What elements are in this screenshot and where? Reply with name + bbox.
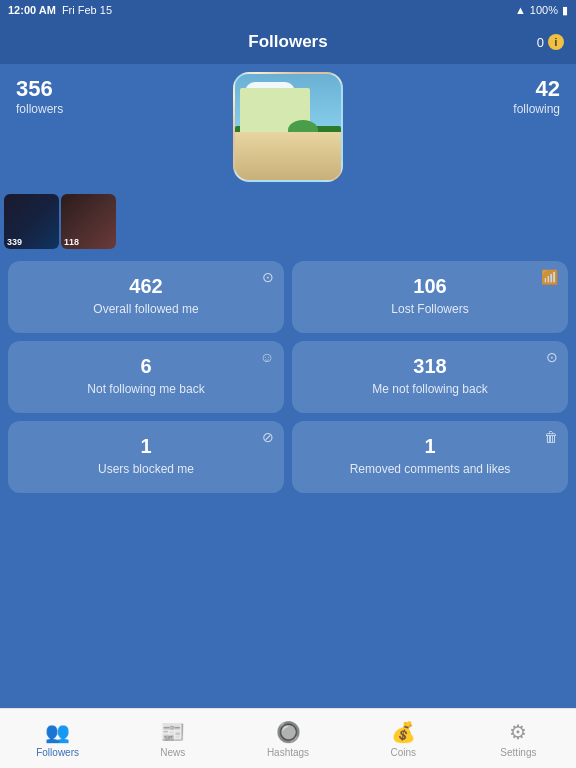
thumb-count-1: 339 [7,237,22,247]
nav-bar: Followers 0 i [0,20,576,64]
profile-image-scene [235,74,341,180]
stats-grid: ⊙ 462 Overall followed me 📶 106 Lost Fol… [0,261,576,493]
nav-title: Followers [248,32,327,52]
stat-number-overall: 462 [22,275,270,298]
ground [235,132,341,180]
stat-number-lost: 106 [306,275,554,298]
stat-number-blocked: 1 [22,435,270,458]
status-bar: 12:00 AM Fri Feb 15 ▲ 100% ▮ [0,0,576,20]
stat-number-me-not: 318 [306,355,554,378]
profile-header: 356 followers 42 following [0,64,576,124]
stat-icon-not-following: ☺ [260,349,274,365]
stat-icon-removed: 🗑 [544,429,558,445]
tab-coins[interactable]: 💰 Coins [346,720,461,758]
followers-tab-label: Followers [36,747,79,758]
status-right: ▲ 100% ▮ [515,4,568,17]
followers-label: followers [16,102,63,116]
status-time: 12:00 AM [8,4,56,16]
tab-hashtags[interactable]: 🔘 Hashtags [230,720,345,758]
thumbnail-item-2[interactable]: 118 [61,194,116,249]
following-section: 42 following [513,76,560,116]
stat-number-removed: 1 [306,435,554,458]
hashtags-tab-icon: 🔘 [276,720,301,744]
wifi-icon: ▲ [515,4,526,16]
thumb-count-2: 118 [64,237,79,247]
coins-tab-label: Coins [390,747,416,758]
nav-right-area: 0 i [537,34,564,50]
stat-label-blocked: Users blocked me [22,462,270,476]
nav-badge: 0 [537,35,544,50]
stat-icon-me-not: ⊙ [546,349,558,365]
stat-card-lost-followers[interactable]: 📶 106 Lost Followers [292,261,568,333]
hashtags-tab-label: Hashtags [267,747,309,758]
news-tab-label: News [160,747,185,758]
profile-image[interactable] [233,72,343,182]
stat-card-not-following-back[interactable]: ☺ 6 Not following me back [8,341,284,413]
info-icon[interactable]: i [548,34,564,50]
status-date: Fri Feb 15 [62,4,112,16]
followers-count: 356 [16,76,63,102]
stat-label-not-following: Not following me back [22,382,270,396]
stat-card-blocked[interactable]: ⊘ 1 Users blocked me [8,421,284,493]
thumbnail-item-1[interactable]: 339 [4,194,59,249]
stat-label-removed: Removed comments and likes [306,462,554,476]
thumbnail-strip: 339 118 [0,194,576,257]
news-tab-icon: 📰 [160,720,185,744]
battery-icon: ▮ [562,4,568,17]
tab-followers[interactable]: 👥 Followers [0,720,115,758]
stat-card-overall-followed[interactable]: ⊙ 462 Overall followed me [8,261,284,333]
stat-label-me-not: Me not following back [306,382,554,396]
stat-icon-lost: 📶 [541,269,558,285]
following-label: following [513,102,560,116]
tab-bar: 👥 Followers 📰 News 🔘 Hashtags 💰 Coins ⚙ … [0,708,576,768]
stat-card-removed[interactable]: 🗑 1 Removed comments and likes [292,421,568,493]
coins-tab-icon: 💰 [391,720,416,744]
settings-tab-label: Settings [500,747,536,758]
stat-card-me-not-following[interactable]: ⊙ 318 Me not following back [292,341,568,413]
stat-label-overall: Overall followed me [22,302,270,316]
followers-tab-icon: 👥 [45,720,70,744]
stat-icon-blocked: ⊘ [262,429,274,445]
main-content: 356 followers 42 following [0,64,576,553]
following-count: 42 [513,76,560,102]
battery-percent: 100% [530,4,558,16]
tab-settings[interactable]: ⚙ Settings [461,720,576,758]
stat-number-not-following: 6 [22,355,270,378]
settings-tab-icon: ⚙ [509,720,527,744]
profile-image-container [233,72,343,182]
stat-icon-overall: ⊙ [262,269,274,285]
followers-section: 356 followers [16,76,63,116]
stat-label-lost: Lost Followers [306,302,554,316]
tab-news[interactable]: 📰 News [115,720,230,758]
